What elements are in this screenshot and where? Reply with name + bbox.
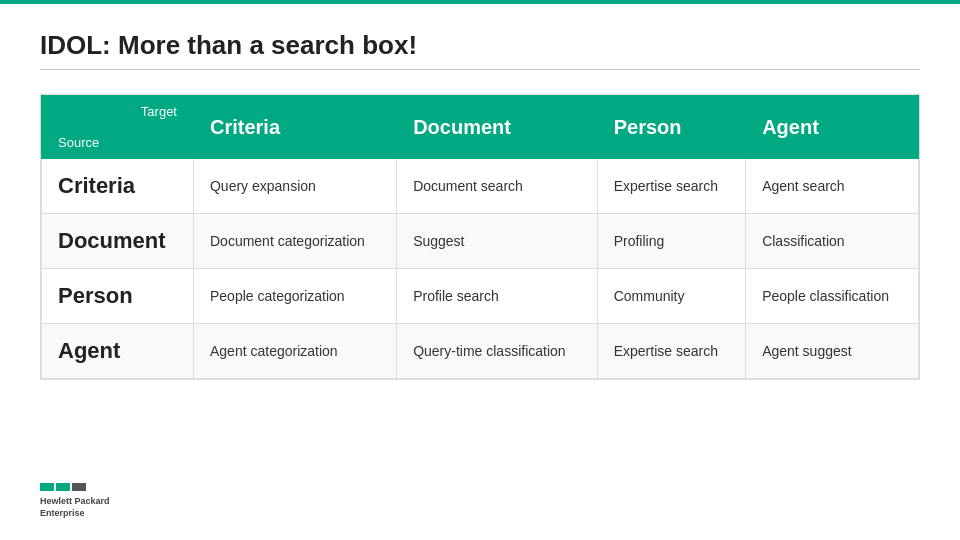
hpe-bar-3	[72, 483, 86, 491]
cell-2-col_document: Profile search	[397, 269, 598, 324]
table-body: CriteriaQuery expansionDocument searchEx…	[42, 159, 919, 379]
col-header-criteria: Criteria	[193, 96, 396, 159]
hpe-bar-1	[40, 483, 54, 491]
row-header-3: Agent	[42, 324, 194, 379]
cell-2-col_agent: People classification	[746, 269, 919, 324]
footer: Hewlett Packard Enterprise	[40, 483, 110, 520]
cell-2-col_person: Community	[597, 269, 745, 324]
cell-0-col_criteria: Query expansion	[193, 159, 396, 214]
hpe-brand-text: Hewlett Packard Enterprise	[40, 495, 110, 520]
cell-0-col_document: Document search	[397, 159, 598, 214]
cell-3-col_criteria: Agent categorization	[193, 324, 396, 379]
top-border	[0, 0, 960, 4]
cell-1-col_person: Profiling	[597, 214, 745, 269]
col-header-document: Document	[397, 96, 598, 159]
hpe-logo-bars	[40, 483, 86, 491]
cell-2-col_criteria: People categorization	[193, 269, 396, 324]
col-header-agent: Agent	[746, 96, 919, 159]
main-table: Target Source Criteria Document Person A…	[41, 95, 919, 379]
cell-3-col_person: Expertise search	[597, 324, 745, 379]
table-row: CriteriaQuery expansionDocument searchEx…	[42, 159, 919, 214]
table-row: AgentAgent categorizationQuery-time clas…	[42, 324, 919, 379]
cell-3-col_agent: Agent suggest	[746, 324, 919, 379]
cell-1-col_criteria: Document categorization	[193, 214, 396, 269]
cell-1-col_document: Suggest	[397, 214, 598, 269]
cell-1-col_agent: Classification	[746, 214, 919, 269]
hpe-brand-line1: Hewlett Packard	[40, 496, 110, 506]
row-header-0: Criteria	[42, 159, 194, 214]
col-header-person: Person	[597, 96, 745, 159]
main-table-wrapper: Target Source Criteria Document Person A…	[40, 94, 920, 380]
hpe-brand-line2: Enterprise	[40, 508, 85, 518]
target-label: Target	[58, 104, 177, 119]
cell-3-col_document: Query-time classification	[397, 324, 598, 379]
hpe-bar-2	[56, 483, 70, 491]
page-container: IDOL: More than a search box! Target Sou…	[0, 0, 960, 400]
row-header-2: Person	[42, 269, 194, 324]
table-header-row: Target Source Criteria Document Person A…	[42, 96, 919, 159]
page-title: IDOL: More than a search box!	[40, 30, 920, 70]
target-source-header: Target Source	[42, 96, 194, 159]
row-header-1: Document	[42, 214, 194, 269]
cell-0-col_person: Expertise search	[597, 159, 745, 214]
table-row: PersonPeople categorizationProfile searc…	[42, 269, 919, 324]
table-row: DocumentDocument categorizationSuggestPr…	[42, 214, 919, 269]
source-label: Source	[58, 135, 177, 150]
cell-0-col_agent: Agent search	[746, 159, 919, 214]
